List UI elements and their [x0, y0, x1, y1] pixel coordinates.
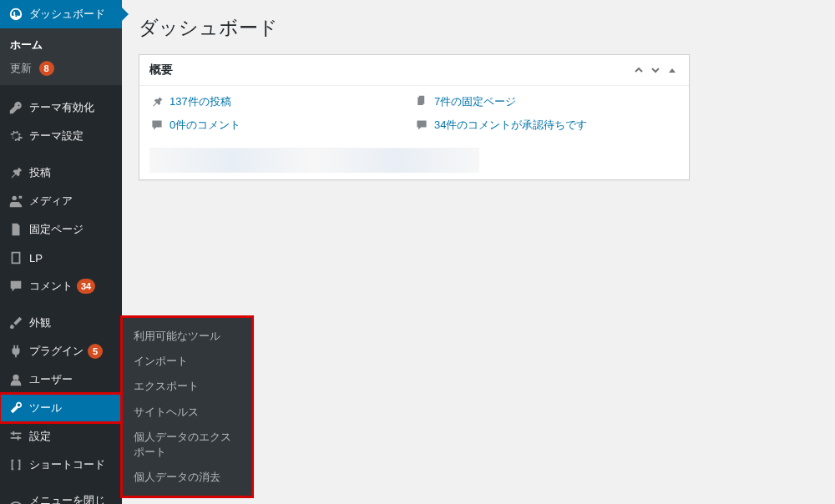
sidebar-label: ツール [29, 401, 62, 416]
brush-icon [8, 315, 24, 331]
gear-icon [8, 128, 24, 144]
collapse-icon [8, 500, 24, 504]
comments-link[interactable]: 0件のコメント [170, 118, 240, 133]
comment-icon [8, 278, 24, 295]
plugins-badge: 5 [88, 344, 103, 359]
sidebar-label: テーマ有効化 [29, 100, 94, 115]
flyout-item-import[interactable]: インポート [122, 349, 252, 374]
tools-flyout-submenu: 利用可能なツール インポート エクスポート サイトヘルス 個人データのエクスポー… [122, 317, 252, 496]
key-icon [8, 99, 24, 116]
stat-posts: 137件の投稿 [149, 94, 414, 109]
sidebar-label: 投稿 [29, 165, 51, 180]
sidebar-item-media[interactable]: メディア [0, 187, 122, 215]
wrench-icon [8, 400, 24, 416]
sidebar-label: ユーザー [29, 372, 73, 387]
flyout-item-available-tools[interactable]: 利用可能なツール [122, 324, 252, 349]
sidebar-item-theme-activate[interactable]: テーマ有効化 [0, 93, 122, 122]
comments-badge: 34 [77, 279, 95, 294]
flyout-item-site-health[interactable]: サイトヘルス [122, 400, 252, 425]
flyout-item-erase-personal-data[interactable]: 個人データの消去 [122, 465, 252, 490]
panel-footer-skeleton [149, 148, 479, 173]
posts-link[interactable]: 137件の投稿 [170, 94, 231, 109]
sidebar-subitem-home[interactable]: ホーム [0, 33, 122, 57]
user-icon [8, 371, 24, 388]
sidebar-item-appearance[interactable]: 外観 [0, 309, 122, 337]
sidebar-label: ショートコード [29, 457, 105, 472]
sidebar-label: テーマ設定 [29, 129, 84, 144]
sidebar-label: 外観 [29, 315, 51, 330]
sidebar-label: 固定ページ [29, 222, 84, 237]
sidebar-item-collapse[interactable]: メニューを閉じる [0, 487, 122, 504]
document-icon [8, 249, 24, 266]
sliders-icon [8, 428, 24, 445]
sidebar-item-tools[interactable]: ツール [0, 394, 122, 422]
media-icon [8, 193, 24, 209]
sidebar-label: LP [29, 252, 43, 265]
sidebar-item-lp[interactable]: LP [0, 244, 122, 272]
sidebar-label: メニューを閉じる [29, 493, 115, 504]
panel-toggle-down-icon[interactable] [649, 65, 662, 75]
admin-sidebar: ダッシュボード ホーム 更新 8 テーマ有効化 テーマ設定 投稿 メディア [0, 0, 122, 504]
sidebar-item-comments[interactable]: コメント 34 [0, 272, 122, 300]
sidebar-label: 設定 [29, 429, 51, 444]
panel-body: 137件の投稿 7件の固定ページ 0件のコメント [139, 86, 689, 144]
stat-pending-comments: 34件のコメントが承認待ちです [414, 118, 679, 133]
plugin-icon [8, 343, 24, 360]
pending-comments-link[interactable]: 34件のコメントが承認待ちです [434, 118, 587, 133]
sidebar-label: メディア [29, 194, 73, 209]
sidebar-submenu-dashboard: ホーム 更新 8 [0, 28, 122, 85]
flyout-item-export-personal-data[interactable]: 個人データのエクスポート [122, 425, 252, 465]
shortcode-icon [8, 456, 24, 473]
sidebar-subitem-updates[interactable]: 更新 8 [0, 57, 122, 80]
sidebar-item-dashboard[interactable]: ダッシュボード [0, 0, 122, 28]
pin-icon [149, 94, 164, 109]
pages-link[interactable]: 7件の固定ページ [434, 94, 516, 109]
sidebar-item-shortcode[interactable]: ショートコード [0, 451, 122, 479]
sidebar-item-pages[interactable]: 固定ページ [0, 215, 122, 244]
sidebar-item-posts[interactable]: 投稿 [0, 159, 122, 187]
sidebar-label: コメント [29, 279, 73, 294]
dashboard-icon [8, 6, 24, 23]
sidebar-item-theme-settings[interactable]: テーマ設定 [0, 122, 122, 150]
panel-controls [632, 65, 679, 75]
overview-panel: 概要 137件の投稿 [139, 54, 690, 180]
updates-badge: 8 [39, 61, 54, 76]
comment-icon [149, 118, 164, 133]
sidebar-label: ダッシュボード [29, 7, 105, 22]
stat-pages: 7件の固定ページ [414, 94, 679, 109]
panel-toggle-up-icon[interactable] [632, 65, 645, 75]
sidebar-label: プラグイン [29, 344, 84, 359]
sidebar-item-settings[interactable]: 設定 [0, 422, 122, 451]
panel-collapse-icon[interactable] [665, 65, 679, 75]
flyout-item-export[interactable]: エクスポート [122, 374, 252, 399]
panel-header: 概要 [139, 55, 689, 86]
stat-comments: 0件のコメント [149, 118, 414, 133]
panel-title: 概要 [149, 63, 173, 78]
pin-icon [8, 164, 24, 181]
page-icon [8, 221, 24, 238]
sidebar-item-users[interactable]: ユーザー [0, 365, 122, 394]
sidebar-item-plugins[interactable]: プラグイン 5 [0, 337, 122, 365]
pages-icon [414, 94, 429, 109]
comment-icon [414, 118, 429, 133]
page-title: ダッシュボード [139, 15, 818, 41]
